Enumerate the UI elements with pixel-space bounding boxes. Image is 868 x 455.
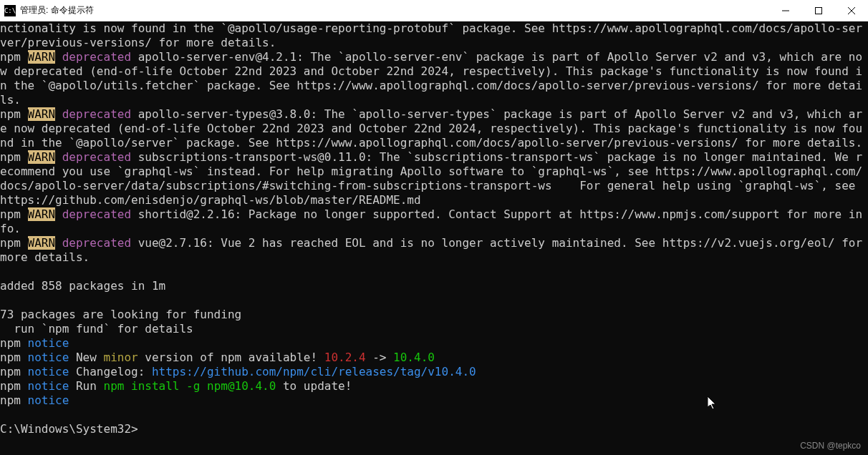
terminal-output: nctionality is now found in the `@apollo… <box>0 21 868 436</box>
npm-label: npm <box>0 351 28 364</box>
prompt: C:\Windows\System32> <box>0 422 138 436</box>
notice-label: notice <box>28 351 69 364</box>
terminal-area[interactable]: nctionality is now found in the `@apollo… <box>0 21 868 455</box>
npm-label: npm <box>0 207 28 221</box>
npm-label: npm <box>0 379 28 393</box>
warn-badge: WARN <box>28 207 56 221</box>
npm-label: npm <box>0 150 28 164</box>
watermark: CSDN @tepkco <box>800 441 861 451</box>
new-version: 10.4.0 <box>393 351 435 364</box>
deprecated-label: deprecated <box>55 50 131 64</box>
warn-badge: WARN <box>28 50 56 64</box>
output-text: to update! <box>276 379 352 393</box>
warn-badge: WARN <box>28 150 56 164</box>
minor-label: minor <box>104 351 138 364</box>
notice-label: notice <box>28 393 69 407</box>
deprecated-label: deprecated <box>55 236 131 250</box>
output-line: 73 packages are looking for funding <box>0 308 241 321</box>
output-text: New <box>69 351 103 364</box>
npm-label: npm <box>0 365 28 378</box>
warn-badge: WARN <box>28 236 56 250</box>
npm-label: npm <box>0 393 28 407</box>
title-left: C:\ 管理员: 命令提示符 <box>0 4 94 16</box>
maximize-button[interactable] <box>802 0 835 21</box>
output-line: added 858 packages in 1m <box>0 279 165 293</box>
deprecated-label: deprecated <box>55 150 131 164</box>
npm-label: npm <box>0 236 28 250</box>
npm-label: npm <box>0 50 28 64</box>
deprecated-label: deprecated <box>55 107 131 121</box>
cmd-icon: C:\ <box>4 5 16 16</box>
window-controls <box>769 0 868 21</box>
output-line: run `npm fund` for details <box>0 322 193 336</box>
window-titlebar: C:\ 管理员: 命令提示符 <box>0 0 868 21</box>
output-text: version of npm available! <box>138 351 324 364</box>
npm-label: npm <box>0 107 28 121</box>
minimize-button[interactable] <box>769 0 802 21</box>
output-text: Changelog: <box>69 365 152 378</box>
output-text: -> <box>366 351 394 364</box>
old-version: 10.2.4 <box>324 351 366 364</box>
install-command: npm install -g npm@10.4.0 <box>104 379 276 393</box>
npm-label: npm <box>0 336 28 350</box>
output-line: nctionality is now found in the `@apollo… <box>0 21 862 49</box>
notice-label: notice <box>28 336 69 350</box>
window-title: 管理员: 命令提示符 <box>20 4 94 16</box>
close-button[interactable] <box>835 0 868 21</box>
notice-label: notice <box>28 365 69 378</box>
output-text: Run <box>69 379 103 393</box>
svg-rect-1 <box>816 7 822 14</box>
deprecated-label: deprecated <box>55 207 131 221</box>
warn-badge: WARN <box>28 107 56 121</box>
notice-label: notice <box>28 379 69 393</box>
changelog-url: https://github.com/npm/cli/releases/tag/… <box>152 365 476 378</box>
